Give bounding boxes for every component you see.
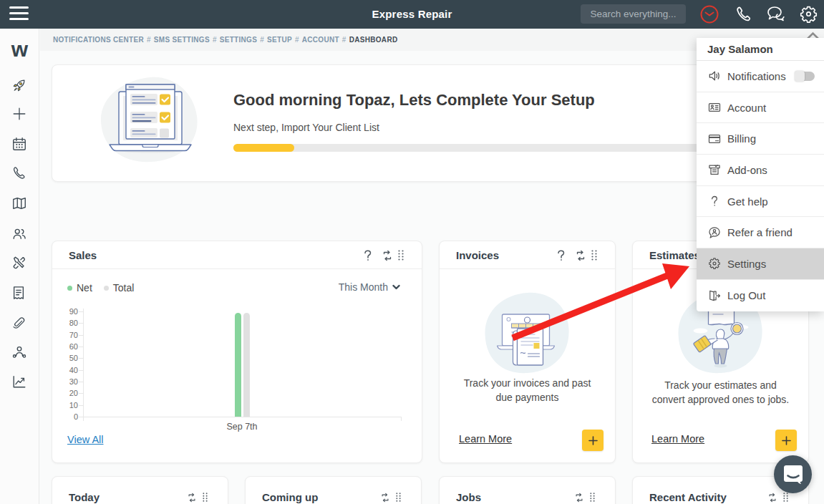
xaxis-line	[83, 417, 402, 417]
menu-item-label: Add-ons	[727, 164, 767, 176]
view-all-link[interactable]: View All	[67, 434, 104, 445]
menu-item-account[interactable]: Account	[697, 92, 824, 124]
breadcrumb-item-current: DASHBOARD	[349, 36, 398, 44]
intercom-chat-icon	[782, 464, 804, 485]
yaxis-tick-label: 0	[59, 412, 78, 421]
credit-card-icon	[707, 132, 722, 146]
notifications-toggle[interactable]	[795, 72, 815, 81]
drag-handle-icon[interactable]	[783, 493, 794, 503]
swap-widget-icon[interactable]	[575, 250, 586, 261]
menu-item-add-ons[interactable]: Add-ons	[697, 155, 824, 186]
menu-item-refer-a-friend[interactable]: Refer a friend	[697, 217, 824, 248]
menu-item-label: Settings	[727, 258, 766, 270]
yaxis-tick-label: 60	[59, 342, 78, 351]
sidebar-item-team[interactable]	[11, 226, 27, 241]
chat-launcher-button[interactable]	[774, 455, 812, 493]
range-selector[interactable]: This Month	[339, 281, 400, 293]
learn-more-link[interactable]: Learn More	[459, 433, 512, 445]
today-widget-header: Today	[52, 477, 228, 504]
sidebar-item-calls[interactable]	[11, 165, 27, 181]
menu-item-label: Log Out	[727, 289, 765, 301]
sidebar-item-add[interactable]	[11, 106, 27, 122]
logout-icon	[707, 289, 722, 303]
menu-item-log-out[interactable]: Log Out	[697, 280, 824, 311]
range-label: This Month	[339, 281, 388, 293]
sidebar-item-rocket[interactable]	[11, 77, 27, 93]
sidebar-item-attachments[interactable]	[11, 314, 27, 330]
swap-widget-icon[interactable]	[187, 493, 198, 503]
drag-handle-icon[interactable]	[203, 493, 213, 503]
help-icon[interactable]	[364, 250, 374, 261]
drag-handle-icon[interactable]	[396, 493, 407, 503]
refer-icon	[707, 226, 722, 240]
menu-item-notifications[interactable]: Notifications	[697, 61, 824, 92]
clock-icon[interactable]	[700, 5, 719, 24]
menu-item-label: Billing	[727, 132, 756, 145]
yaxis-line	[83, 309, 84, 418]
workiz-logo[interactable]: w	[0, 37, 39, 62]
legend-dot-total	[104, 286, 109, 291]
speaker-icon	[707, 69, 722, 83]
invoices-widget-header: Invoices	[440, 241, 615, 269]
setup-greeting-card: Good morning Topaz, Lets Complete Your S…	[52, 64, 809, 182]
drag-handle-icon[interactable]	[398, 250, 409, 261]
sidebar-item-network[interactable]	[11, 344, 27, 359]
invoices-illustration	[483, 291, 572, 379]
menu-item-get-help[interactable]: Get help	[697, 186, 824, 218]
breadcrumb-separator: #	[210, 36, 220, 44]
add-invoice-button[interactable]	[582, 430, 604, 451]
menu-item-label: Notifications	[727, 70, 786, 82]
breadcrumb-item[interactable]: SETTINGS	[220, 36, 257, 44]
breadcrumb-separator: #	[339, 36, 349, 44]
drag-handle-icon[interactable]	[591, 250, 602, 261]
xaxis-tick	[401, 417, 402, 421]
estimates-description: Track your estimates and convert approve…	[641, 378, 800, 407]
legend-label-total: Total	[113, 282, 135, 294]
breadcrumb-item[interactable]: ACCOUNT	[302, 36, 339, 44]
chart-bar-net	[235, 313, 241, 417]
id-card-icon	[707, 100, 722, 115]
swap-widget-icon[interactable]	[380, 493, 391, 503]
sales-title: Sales	[69, 241, 97, 269]
learn-more-link[interactable]: Learn More	[651, 433, 704, 445]
sidebar-item-calendar[interactable]	[11, 136, 27, 152]
jobs-title: Jobs	[456, 477, 481, 504]
sidebar-item-documents[interactable]	[11, 285, 27, 301]
menu-item-label: Refer a friend	[727, 226, 793, 238]
menu-item-settings[interactable]: Settings	[697, 248, 824, 280]
drag-handle-icon[interactable]	[590, 493, 601, 503]
invoices-title: Invoices	[456, 241, 499, 269]
legend-label-net: Net	[77, 282, 92, 294]
swap-widget-icon[interactable]	[382, 250, 392, 261]
breadcrumb-item[interactable]: NOTIFICATIONS CENTER	[53, 36, 144, 44]
phone-icon[interactable]	[735, 5, 753, 24]
toggle-knob	[795, 71, 805, 82]
xaxis-tick	[83, 417, 84, 421]
sidebar-item-reports[interactable]	[11, 374, 27, 389]
swap-widget-icon[interactable]	[574, 493, 585, 503]
coming-up-widget-header: Coming up	[246, 477, 421, 504]
sales-widget-header: Sales	[52, 241, 422, 269]
breadcrumb-separator: #	[257, 36, 267, 44]
search-input[interactable]	[581, 4, 686, 24]
recent-activity-title: Recent Activity	[649, 477, 727, 504]
help-icon[interactable]	[557, 250, 568, 261]
invoices-description: Track your invoices and past due payment…	[448, 376, 606, 405]
swap-widget-icon[interactable]	[767, 493, 778, 503]
sidebar-item-map[interactable]	[11, 195, 27, 211]
breadcrumb-item[interactable]: SETUP	[267, 36, 292, 44]
breadcrumb-item[interactable]: SMS SETTINGS	[154, 36, 210, 44]
jobs-widget: Jobs	[439, 476, 616, 504]
gear-icon[interactable]	[800, 5, 818, 24]
sidebar-item-tools[interactable]	[11, 255, 27, 271]
app-canvas: Express Repair w	[0, 0, 824, 504]
chat-icon[interactable]	[766, 5, 785, 24]
greeting-title: Good morning Topaz, Lets Complete Your S…	[233, 91, 595, 110]
user-name: Jay Salamon	[697, 38, 824, 61]
yaxis-tick-label: 20	[59, 389, 78, 397]
menu-item-billing[interactable]: Billing	[697, 123, 824, 155]
add-estimate-button[interactable]	[775, 430, 797, 451]
question-icon	[707, 194, 722, 208]
today-title: Today	[69, 477, 100, 504]
sidebar: w	[0, 29, 39, 504]
